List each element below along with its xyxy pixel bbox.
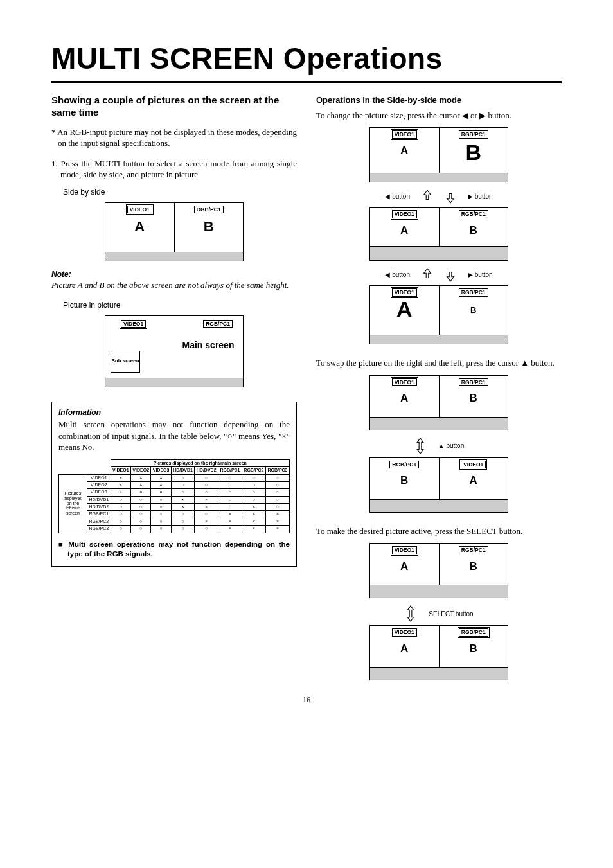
row-header: VIDEO2 bbox=[87, 481, 111, 488]
col-header: VIDEO3 bbox=[151, 467, 171, 474]
size-frame-a-big: VIDEO1A RGB/PC1B bbox=[369, 285, 508, 344]
letter-a: A bbox=[470, 474, 477, 488]
compat-cell: ○ bbox=[130, 518, 150, 525]
letter-a: A bbox=[400, 642, 408, 657]
compat-cell: ○ bbox=[218, 504, 242, 511]
section-heading-left: Showing a couple of pictures on the scre… bbox=[51, 94, 297, 119]
chip-r1: RGB/PC1 bbox=[459, 130, 488, 139]
col-header: RGB/PC3 bbox=[265, 467, 289, 474]
pip-sub: Sub screen bbox=[111, 351, 140, 373]
compat-cell: ○ bbox=[218, 481, 242, 488]
row-group-header: Pictures displayed on the left/sub scree… bbox=[59, 474, 87, 533]
swap-frame-before: VIDEO1A RGB/PC1B bbox=[369, 375, 508, 430]
right-heading: Operations in the Side-by-side mode bbox=[316, 94, 562, 106]
compat-cell: × bbox=[111, 481, 130, 488]
letter-b: B bbox=[470, 391, 477, 406]
col-header: HD/DVD2 bbox=[195, 467, 218, 474]
compat-cell: ○ bbox=[171, 474, 195, 481]
compat-cell: × bbox=[151, 474, 171, 481]
compat-cell: ○ bbox=[218, 496, 242, 503]
page-title-rest: Operations bbox=[275, 42, 443, 75]
button-right-label: ▶ button bbox=[468, 192, 493, 201]
compat-cell: ○ bbox=[111, 504, 130, 511]
pip-chip-left: VIDEO1 bbox=[121, 320, 146, 328]
compat-cell: ○ bbox=[111, 496, 130, 503]
compat-cell: × bbox=[218, 511, 242, 518]
up-arrow-icon bbox=[422, 189, 433, 204]
chip-video1: VIDEO1 bbox=[461, 461, 486, 469]
compat-cell: × bbox=[195, 496, 218, 503]
compat-cell: ○ bbox=[130, 496, 150, 503]
information-box: Information Multi screen operations may … bbox=[51, 402, 297, 567]
row-header: VIDEO3 bbox=[87, 489, 111, 496]
compat-cell: ○ bbox=[218, 489, 242, 496]
compat-cell: ○ bbox=[265, 474, 289, 481]
compat-cell: ○ bbox=[265, 504, 289, 511]
compat-cell: ○ bbox=[242, 489, 265, 496]
compat-cell: ○ bbox=[242, 496, 265, 503]
letter-a: A bbox=[400, 560, 408, 574]
base-bar bbox=[105, 252, 243, 261]
compat-cell: × bbox=[265, 518, 289, 525]
chip-v1: VIDEO1 bbox=[392, 546, 417, 554]
chip-r1: RGB/PC1 bbox=[459, 546, 488, 554]
side-by-side-label: Side by side bbox=[63, 187, 297, 197]
info-footer: ■ Multi screen operations may not functi… bbox=[58, 540, 290, 560]
compat-cell: × bbox=[171, 496, 195, 503]
select-frame-after: VIDEO1A RGB/PC1B bbox=[369, 625, 508, 680]
button-left-label: ◀ button bbox=[385, 270, 410, 279]
compat-cell: × bbox=[242, 511, 265, 518]
compat-cell: ○ bbox=[265, 489, 289, 496]
compat-cell: ○ bbox=[151, 511, 171, 518]
compat-cell: × bbox=[265, 526, 289, 533]
pip-chip-right: RGB/PC1 bbox=[203, 320, 233, 328]
row-header: HD/DVD1 bbox=[87, 496, 111, 503]
col-header: RGB/PC2 bbox=[242, 467, 265, 474]
rgb-footnote: * An RGB-input picture may not be displa… bbox=[51, 127, 297, 149]
letter-b: B bbox=[470, 560, 477, 574]
note-head: Note: bbox=[51, 269, 297, 279]
letter-b: B bbox=[470, 224, 477, 238]
up-button-label: ▲ button bbox=[438, 441, 464, 450]
chip-video1: VIDEO1 bbox=[127, 206, 152, 214]
swap-arrow-row: ▲ button bbox=[414, 437, 464, 455]
compat-cell: ○ bbox=[195, 489, 218, 496]
compat-cell: ○ bbox=[171, 481, 195, 488]
compat-cell: × bbox=[218, 518, 242, 525]
row-header: VIDEO1 bbox=[87, 474, 111, 481]
compat-cell: × bbox=[171, 504, 195, 511]
compat-cell: × bbox=[151, 481, 171, 488]
letter-b-big: B bbox=[465, 141, 481, 163]
down-arrow-icon bbox=[445, 189, 456, 204]
select-button-label: SELECT button bbox=[429, 610, 473, 619]
letter-a: A bbox=[134, 217, 145, 236]
compat-cell: × bbox=[195, 504, 218, 511]
right-intro: To change the picture size, press the cu… bbox=[316, 110, 562, 121]
compat-cell: ○ bbox=[111, 526, 130, 533]
select-arrow-row: SELECT button bbox=[404, 605, 473, 623]
left-column: Showing a couple of pictures on the scre… bbox=[51, 94, 297, 684]
row-header: HD/DVD2 bbox=[87, 504, 111, 511]
compat-cell: ○ bbox=[195, 474, 218, 481]
letter-b: B bbox=[400, 474, 408, 488]
compat-cell: ○ bbox=[242, 474, 265, 481]
compat-cell: ○ bbox=[218, 474, 242, 481]
compat-cell: ○ bbox=[151, 496, 171, 503]
compat-cell: ○ bbox=[151, 518, 171, 525]
col-header: HD/DVD1 bbox=[171, 467, 195, 474]
arrow-row-1: ◀ button ▶ button bbox=[385, 189, 492, 204]
updown-arrow-icon bbox=[404, 605, 417, 623]
compat-cell: × bbox=[242, 518, 265, 525]
swap-text: To swap the picture on the right and the… bbox=[316, 357, 562, 369]
step-1: 1. Press the MULTI button to select a sc… bbox=[51, 158, 297, 181]
chip-v1: VIDEO1 bbox=[392, 288, 417, 297]
page-rule bbox=[51, 81, 562, 83]
pip-label: Picture in picture bbox=[63, 300, 297, 310]
col-header: VIDEO1 bbox=[111, 467, 130, 474]
compat-cell: × bbox=[242, 526, 265, 533]
compat-cell: ○ bbox=[195, 481, 218, 488]
compat-cell: ○ bbox=[171, 489, 195, 496]
size-frame-equal: VIDEO1A RGB/PC1B bbox=[369, 127, 508, 182]
compat-cell: ○ bbox=[151, 526, 171, 533]
compat-cell: ○ bbox=[111, 518, 130, 525]
